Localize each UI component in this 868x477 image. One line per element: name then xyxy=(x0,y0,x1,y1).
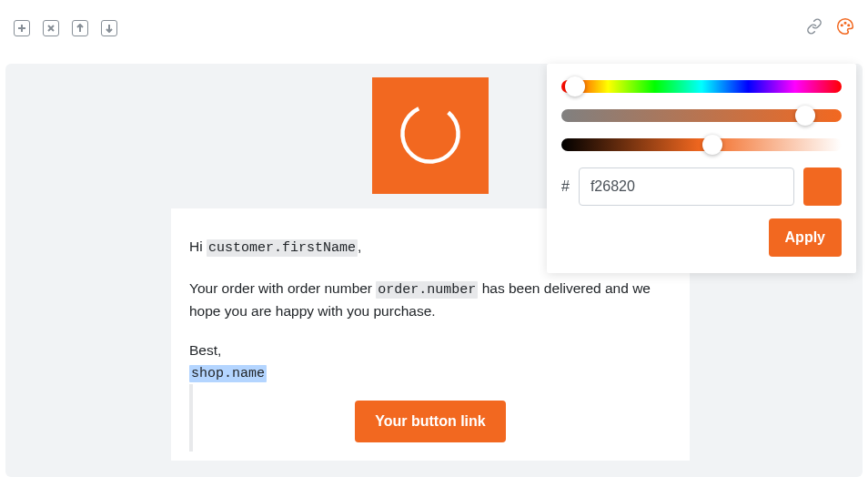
svg-point-2 xyxy=(848,25,850,26)
plus-icon xyxy=(17,22,26,36)
variable-token-order-number[interactable]: order.number xyxy=(376,281,478,299)
hue-slider[interactable] xyxy=(561,80,842,93)
apply-button[interactable]: Apply xyxy=(769,218,842,257)
link-icon xyxy=(806,18,823,38)
toolbar-right-group xyxy=(805,19,854,37)
svg-point-1 xyxy=(844,22,846,24)
block-divider xyxy=(189,384,193,452)
saturation-thumb[interactable] xyxy=(795,106,815,126)
logo-block[interactable] xyxy=(372,77,489,194)
toolbar-left-group xyxy=(14,20,117,36)
signoff-paragraph: Best, shop.name xyxy=(189,340,671,384)
hex-input-row: # xyxy=(561,167,842,206)
saturation-slider[interactable] xyxy=(561,109,842,122)
logo-letter-icon xyxy=(389,93,471,178)
button-block: Your button link xyxy=(189,401,671,442)
color-swatch xyxy=(803,167,842,206)
hue-thumb[interactable] xyxy=(565,76,585,96)
svg-point-3 xyxy=(391,95,469,173)
palette-icon xyxy=(836,17,854,39)
hex-input[interactable] xyxy=(579,167,794,206)
lightness-slider[interactable] xyxy=(561,138,842,151)
move-down-button[interactable] xyxy=(101,20,117,36)
add-block-button[interactable] xyxy=(14,20,30,36)
x-icon xyxy=(46,22,56,36)
variable-token-customer-name[interactable]: customer.firstName xyxy=(207,239,358,257)
body-paragraph: Your order with order number order.numbe… xyxy=(189,278,671,322)
greeting-prefix: Hi xyxy=(189,238,207,254)
lightness-thumb[interactable] xyxy=(702,135,722,155)
cta-button[interactable]: Your button link xyxy=(355,401,505,442)
signoff-text: Best, xyxy=(189,342,221,358)
greeting-suffix: , xyxy=(358,238,361,254)
color-picker-panel: # Apply xyxy=(547,64,856,273)
body-prefix: Your order with order number xyxy=(189,280,376,296)
variable-token-shop-name[interactable]: shop.name xyxy=(189,365,267,382)
color-picker-toggle-button[interactable] xyxy=(836,19,854,37)
remove-block-button[interactable] xyxy=(43,20,59,36)
link-button[interactable] xyxy=(805,19,823,37)
apply-row: Apply xyxy=(561,218,842,257)
arrow-down-icon xyxy=(105,22,114,36)
arrow-up-icon xyxy=(76,22,85,36)
svg-point-0 xyxy=(841,25,843,26)
move-up-button[interactable] xyxy=(72,20,88,36)
hex-hash-label: # xyxy=(561,178,570,195)
toolbar xyxy=(0,0,868,56)
